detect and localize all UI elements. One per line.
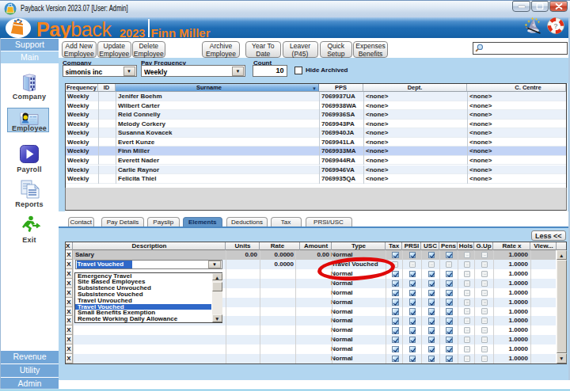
svg-text:?: ? [553,22,558,30]
